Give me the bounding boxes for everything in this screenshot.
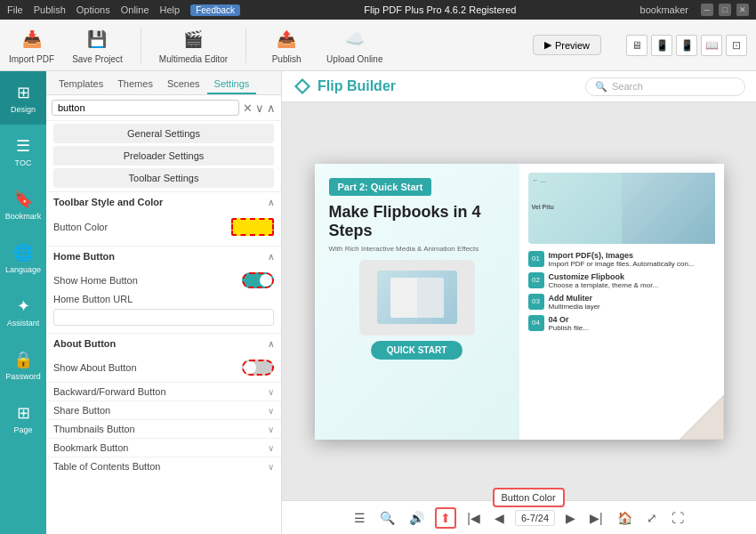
search-prev-button[interactable]: ∨ [255,101,264,115]
sidebar-item-toc[interactable]: ☰ TOC [0,125,46,178]
share-label: Share Button [53,405,110,416]
book-view-icon[interactable]: 📖 [701,35,722,56]
multimedia-editor-button[interactable]: 🎬 Multimedia Editor [159,27,228,64]
clear-search-button[interactable]: ✕ [243,101,253,115]
bookmark-section[interactable]: Bookmark Button ∨ [46,438,281,457]
about-button-chevron: ∧ [268,339,274,349]
title-bar: File Publish Options Online Help Feedbac… [0,0,756,20]
close-button[interactable]: ✕ [736,4,749,16]
book-page-right: ← ... Vel Pitu 01 Import PDF(s), Images … [519,164,724,440]
main-layout: ⊞ Design ☰ TOC 🔖 Bookmark 🌐 Language ✦ A… [0,71,756,534]
tab-scenes[interactable]: Scenes [160,75,207,94]
fullscreen-exit-button[interactable]: ⤢ [643,509,661,527]
minimize-button[interactable]: ─ [701,4,713,16]
tab-templates[interactable]: Templates [52,75,110,94]
show-about-row: Show About Button [53,357,274,378]
search-next-button[interactable]: ∧ [267,101,276,115]
main-toolbar: 📥 Import PDF 💾 Save Project 🎬 Multimedia… [0,20,756,71]
maximize-button[interactable]: □ [719,4,731,16]
toolbar-style-header[interactable]: Toolbar Style and Color ∧ [46,191,281,212]
sidebar-item-password[interactable]: 🔒 Password [0,338,46,392]
toolbar-divider-2 [245,28,246,63]
toolbar-settings-button[interactable]: Toolbar Settings [53,168,274,188]
sidebar-item-assistant[interactable]: ✦ Assistant [0,285,46,338]
show-home-toggle[interactable] [242,272,274,288]
publish-button[interactable]: 📤 Publish [264,27,309,64]
step-2-icon: 02 [528,272,544,288]
preview-button[interactable]: ▶ Preview [533,35,601,55]
thumbnails-section[interactable]: Thumbnails Button ∨ [46,419,281,438]
about-button-header[interactable]: About Button ∧ [46,333,281,353]
quick-start-button[interactable]: QUICK START [371,341,463,360]
menu-online[interactable]: Online [121,4,149,16]
import-pdf-button[interactable]: 📥 Import PDF [9,27,54,64]
upload-online-button[interactable]: ☁️ Upload Online [326,27,382,64]
home-bottom-button[interactable]: 🏠 [614,509,636,527]
sidebar-item-language[interactable]: 🌐 Language [0,231,46,285]
first-page-button[interactable]: |◀ [463,509,484,527]
page-label: Page [13,425,32,434]
import-pdf-icon: 📥 [20,27,44,52]
home-button-header[interactable]: Home Button ∧ [46,246,281,266]
menu-bar[interactable]: File Publish Options Online Help Feedbac… [7,4,240,16]
sidebar-item-bookmark[interactable]: 🔖 Bookmark [0,178,46,231]
step-3: 03 Add Muliter Multimedia layer [528,294,715,311]
home-button-title: Home Button [53,251,115,262]
save-project-button[interactable]: 💾 Save Project [72,27,123,64]
menu-help[interactable]: Help [160,4,181,16]
about-button-title: About Button [53,338,116,349]
page-indicator: 6-7/24 [515,510,555,526]
share-section[interactable]: Share Button ∨ [46,400,281,419]
prev-page-button[interactable]: ◀ [491,509,508,527]
menu-file[interactable]: File [7,4,23,16]
button-color-label: Button Color [53,222,108,232]
backward-forward-section[interactable]: Backward/Forward Button ∨ [46,382,281,400]
share-bottom-button[interactable]: ⬆ [435,507,456,529]
search-input[interactable] [52,100,239,116]
home-url-input[interactable] [53,309,274,326]
save-project-icon: 💾 [84,27,109,52]
button-color-swatch[interactable] [231,218,274,236]
bookmark-section-chevron: ∨ [268,443,274,453]
toc-section[interactable]: Table of Contents Button ∨ [46,457,281,475]
tablet-view-icon[interactable]: 📱 [651,35,672,56]
fullscreen-button[interactable]: ⛶ [668,509,688,527]
sidebar-item-page[interactable]: ⊞ Page [0,392,46,445]
next-page-button[interactable]: ▶ [562,509,579,527]
step-4: 04 04 Or Publish file... [528,315,715,332]
page-icon: ⊞ [17,403,30,423]
search-placeholder: Search [612,81,643,92]
desktop-view-icon[interactable]: 🖥 [626,35,647,56]
upload-icon: ☁️ [342,27,367,52]
tab-themes[interactable]: Themes [110,75,160,94]
about-button-content: Show About Button [46,353,281,382]
flip-search-box[interactable]: 🔍 Search [585,77,745,96]
toc-section-label: Table of Contents Button [53,461,160,472]
show-about-toggle[interactable] [242,360,274,376]
search-bar: ✕ ∨ ∧ [46,95,281,121]
toolbar-divider-1 [141,28,141,63]
last-page-button[interactable]: ▶| [586,509,607,527]
menu-publish[interactable]: Publish [34,4,66,16]
zoom-button[interactable]: 🔍 [376,509,398,527]
flip-header: Flip Builder 🔍 Search [282,71,756,102]
sidebar-item-design[interactable]: ⊞ Design [0,71,46,125]
publish-icon: 📤 [274,27,299,52]
feedback-button[interactable]: Feedback [190,4,240,16]
user-label: bookmaker [640,4,688,15]
audio-button[interactable]: 🔊 [406,509,428,527]
title-bar-right: bookmaker ─ □ ✕ [640,4,749,16]
design-icon: ⊞ [17,83,30,102]
preloader-settings-button[interactable]: Preloader Settings [53,146,274,166]
mobile-view-icon[interactable]: 📱 [676,35,697,56]
multimedia-label: Multimedia Editor [159,54,228,64]
tab-settings[interactable]: Settings [207,75,257,94]
search-actions: ✕ ∨ ∧ [243,101,276,115]
step-2: 02 Customize Flipbook Choose a template,… [528,272,715,289]
split-view-icon[interactable]: ⊡ [726,35,747,56]
menu-options[interactable]: Options [76,4,110,16]
page-subtitle: With Rich Interactive Media & Animation … [329,245,505,253]
bookmark-icon: 🔖 [13,190,33,209]
general-settings-button[interactable]: General Settings [53,124,274,143]
menu-toggle-button[interactable]: ☰ [350,509,369,527]
